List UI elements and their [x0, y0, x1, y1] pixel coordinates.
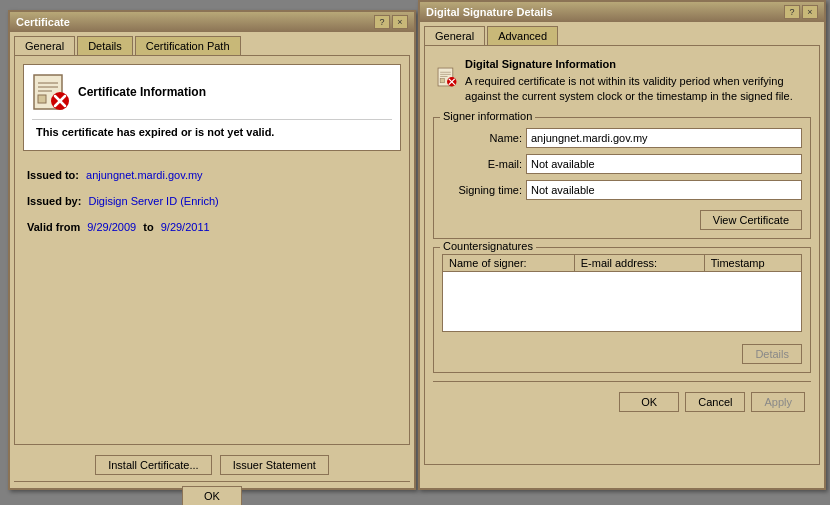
countersig-group: Countersignatures Name of signer: E-mail…: [433, 247, 811, 373]
countersig-group-label: Countersignatures: [440, 240, 536, 252]
col-email: E-mail address:: [574, 254, 704, 271]
issued-to-value: anjungnet.mardi.gov.my: [86, 169, 203, 181]
countersig-empty-row: [443, 271, 802, 331]
cert-action-buttons: Install Certificate... Issuer Statement: [10, 449, 414, 481]
separator: [433, 381, 811, 382]
issued-to-label: Issued to:: [27, 169, 79, 181]
signing-label: Signing time:: [442, 184, 522, 196]
valid-to-label: to: [143, 221, 153, 233]
certificate-window: Certificate ? × General Details Certific…: [8, 10, 416, 490]
dsig-title-buttons: ? ×: [784, 5, 818, 19]
dsig-ok-button[interactable]: OK: [619, 392, 679, 412]
cert-help-button[interactable]: ?: [374, 15, 390, 29]
cert-warning-body: This certificate has expired or is not y…: [36, 126, 274, 138]
view-certificate-button[interactable]: View Certificate: [700, 210, 802, 230]
signing-row: Signing time:: [442, 180, 802, 200]
details-row: Details: [442, 338, 802, 364]
signer-info-group: Signer information Name: E-mail: Signing…: [433, 117, 811, 239]
view-cert-row: View Certificate: [442, 206, 802, 230]
tab-details[interactable]: Details: [77, 36, 133, 55]
valid-from-value: 9/29/2009: [87, 221, 136, 233]
cert-info-box: Certificate Information This certificate…: [23, 64, 401, 151]
dsig-info-body: A required certificate is not within its…: [465, 74, 807, 105]
issued-by-label: Issued by:: [27, 195, 81, 207]
cert-issued-by-row: Issued by: Digisign Server ID (Enrich): [27, 195, 397, 207]
details-button[interactable]: Details: [742, 344, 802, 364]
dsig-info-section: Digital Signature Information A required…: [433, 54, 811, 109]
signer-group-label: Signer information: [440, 110, 535, 122]
name-label: Name:: [442, 132, 522, 144]
cert-issued-to-row: Issued to: anjungnet.mardi.gov.my: [27, 169, 397, 181]
svg-rect-4: [38, 95, 46, 103]
dsig-help-button[interactable]: ?: [784, 5, 800, 19]
name-input[interactable]: [526, 128, 802, 148]
dsig-info-icon: [437, 58, 457, 96]
dsig-cancel-button[interactable]: Cancel: [685, 392, 745, 412]
dsig-tab-advanced[interactable]: Advanced: [487, 26, 558, 45]
cert-bottom-bar: OK: [14, 481, 410, 505]
valid-to-value: 9/29/2011: [161, 221, 210, 233]
dsig-tab-bar: General Advanced: [420, 22, 824, 45]
cert-details-section: Issued to: anjungnet.mardi.gov.my Issued…: [23, 161, 401, 241]
dsig-tab-content: Digital Signature Information A required…: [424, 45, 820, 465]
tab-general[interactable]: General: [14, 36, 75, 55]
dsig-tab-general[interactable]: General: [424, 26, 485, 45]
name-row: Name:: [442, 128, 802, 148]
col-signer: Name of signer:: [443, 254, 575, 271]
cert-info-header-text: Certificate Information: [78, 85, 206, 99]
cert-tab-bar: General Details Certification Path: [10, 32, 414, 55]
cert-title-buttons: ? ×: [374, 15, 408, 29]
cert-ok-button[interactable]: OK: [182, 486, 242, 505]
dsig-close-button[interactable]: ×: [802, 5, 818, 19]
email-input[interactable]: [526, 154, 802, 174]
cert-tab-content: Certificate Information This certificate…: [14, 55, 410, 445]
tab-certification-path[interactable]: Certification Path: [135, 36, 241, 55]
signing-input[interactable]: [526, 180, 802, 200]
svg-rect-12: [440, 79, 444, 83]
cert-title: Certificate: [16, 16, 70, 28]
valid-from-label: Valid from: [27, 221, 80, 233]
cert-warning-icon: [32, 73, 70, 111]
issued-by-value: Digisign Server ID (Enrich): [88, 195, 218, 207]
cert-info-header: Certificate Information: [32, 73, 392, 111]
dsig-window: Digital Signature Details ? × General Ad…: [418, 0, 826, 490]
dsig-info-text: Digital Signature Information A required…: [465, 58, 807, 105]
issuer-statement-button[interactable]: Issuer Statement: [220, 455, 329, 475]
dsig-title-bar: Digital Signature Details ? ×: [420, 2, 824, 22]
dsig-apply-button[interactable]: Apply: [751, 392, 805, 412]
cert-valid-row: Valid from 9/29/2009 to 9/29/2011: [27, 221, 397, 233]
dsig-info-header: Digital Signature Information: [465, 58, 807, 70]
countersig-table: Name of signer: E-mail address: Timestam…: [442, 254, 802, 332]
dsig-title: Digital Signature Details: [426, 6, 553, 18]
cert-close-button[interactable]: ×: [392, 15, 408, 29]
email-label: E-mail:: [442, 158, 522, 170]
email-row: E-mail:: [442, 154, 802, 174]
dsig-bottom-buttons: OK Cancel Apply: [433, 388, 811, 416]
install-cert-button[interactable]: Install Certificate...: [95, 455, 211, 475]
cert-title-bar: Certificate ? ×: [10, 12, 414, 32]
col-timestamp: Timestamp: [704, 254, 801, 271]
